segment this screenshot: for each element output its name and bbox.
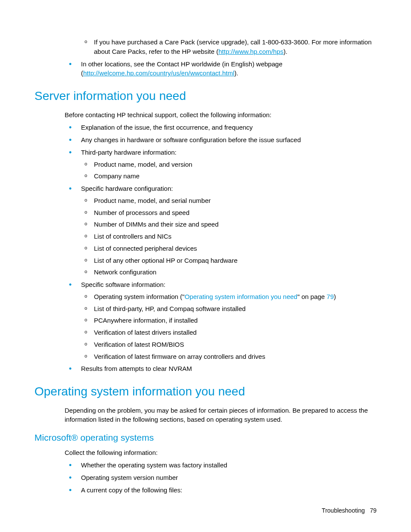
wwcontact-link[interactable]: http://welcome.hp.com/country/us/en/wwco… — [83, 69, 234, 77]
server-intro: Before contacting HP technical support, … — [65, 110, 377, 120]
list-item: A current copy of the following files: — [65, 485, 377, 495]
sub-list-item: Verification of latest ROM/BIOS — [81, 340, 377, 349]
sub-list-item: Operating system information ("Operating… — [81, 292, 377, 302]
sub-list-item: If you have purchased a Care Pack (servi… — [81, 37, 377, 56]
intro-list: If you have purchased a Care Pack (servi… — [65, 37, 377, 78]
server-list: Explanation of the issue, the first occu… — [65, 123, 377, 373]
sub-list: Product name, model, and serial number N… — [81, 196, 377, 277]
list-item-label: Specific hardware configuration: — [81, 185, 173, 192]
os-info-page-xref[interactable]: 79 — [327, 293, 334, 300]
sub-list-item: Number of DIMMs and their size and speed — [81, 220, 377, 229]
sub-list-item: Number of processors and speed — [81, 208, 377, 218]
sub-list-item: PCAnywhere information, if installed — [81, 316, 377, 325]
sub-list-item: List of connected peripheral devices — [81, 244, 377, 253]
sub-list: Product name, model, and version Company… — [81, 160, 377, 181]
body-text: ). — [283, 48, 287, 55]
sub-list-item: Network configuration — [81, 268, 377, 277]
list-item-label: Third-party hardware information: — [81, 149, 177, 156]
list-item: Third-party hardware information: Produc… — [65, 148, 377, 181]
list-item: Specific software information: Operating… — [65, 280, 377, 361]
server-info-heading: Server information you need — [34, 87, 377, 105]
sub-list-item: Verification of latest drivers installed — [81, 328, 377, 337]
body-text: ). — [234, 69, 238, 77]
sub-list-item: Company name — [81, 171, 377, 181]
body-text: " on page — [297, 293, 327, 300]
list-item-label: Specific software information: — [81, 281, 165, 288]
list-item: Explanation of the issue, the first occu… — [65, 123, 377, 132]
list-item: If you have purchased a Care Pack (servi… — [65, 37, 377, 56]
ms-intro: Collect the following information: — [65, 448, 377, 457]
footer-section-label: Troubleshooting — [322, 507, 365, 514]
sub-list-item: List of third-party, HP, and Compaq soft… — [81, 304, 377, 314]
page-footer: Troubleshooting 79 — [322, 506, 377, 515]
sub-list-item: List of any other optional HP or Compaq … — [81, 256, 377, 265]
os-info-heading: Operating system information you need — [34, 383, 377, 401]
ms-os-heading: Microsoft® operating systems — [34, 431, 377, 444]
list-item: Whether the operating system was factory… — [65, 460, 377, 470]
footer-page-number: 79 — [370, 507, 377, 514]
ms-list: Whether the operating system was factory… — [65, 460, 377, 495]
sub-list-item: Verification of latest firmware on array… — [81, 352, 377, 361]
os-intro: Depending on the problem, you may be ask… — [65, 406, 377, 425]
list-item: Any changes in hardware or software conf… — [65, 135, 377, 145]
body-text: ) — [334, 293, 336, 300]
list-item: Specific hardware configuration: Product… — [65, 184, 377, 277]
os-info-xref[interactable]: Operating system information you need — [184, 293, 297, 300]
care-pack-link[interactable]: http://www.hp.com/hps — [218, 48, 283, 55]
list-item: Results from attempts to clear NVRAM — [65, 364, 377, 373]
body-text: Operating system information (" — [94, 293, 184, 300]
sub-list-item: List of controllers and NICs — [81, 232, 377, 241]
list-item: In other locations, see the Contact HP w… — [65, 59, 377, 78]
sub-list-item: Product name, model, and serial number — [81, 196, 377, 205]
sub-list-item: Product name, model, and version — [81, 160, 377, 169]
list-item: Operating system version number — [65, 473, 377, 482]
sub-list: Operating system information ("Operating… — [81, 292, 377, 361]
